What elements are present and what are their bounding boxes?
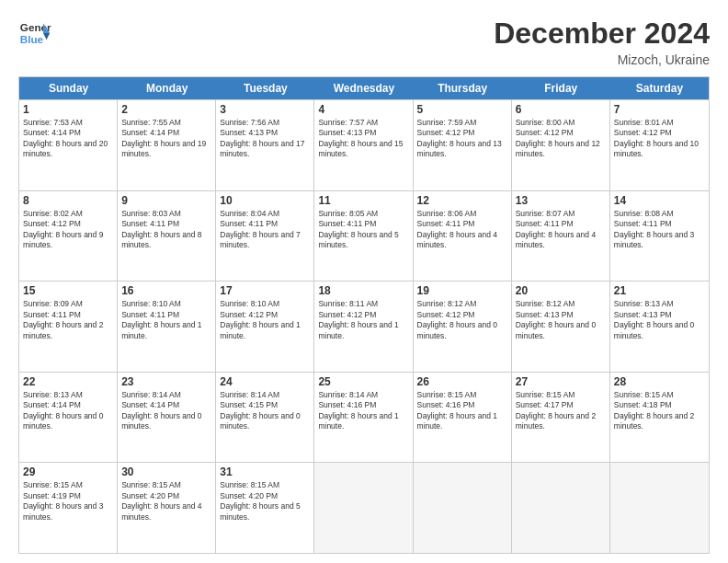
empty-cell xyxy=(512,463,610,553)
day-number: 13 xyxy=(516,194,606,207)
day-info: Sunrise: 7:55 AMSunset: 4:14 PMDaylight:… xyxy=(121,118,211,160)
day-info: Sunrise: 8:15 AMSunset: 4:18 PMDaylight:… xyxy=(614,390,705,432)
day-number: 31 xyxy=(220,465,310,478)
day-cell-19: 19Sunrise: 8:12 AMSunset: 4:12 PMDayligh… xyxy=(414,282,512,372)
day-cell-14: 14Sunrise: 8:08 AMSunset: 4:11 PMDayligh… xyxy=(610,191,709,282)
header-day-thursday: Thursday xyxy=(414,77,512,99)
logo: General Blue xyxy=(18,17,51,50)
day-info: Sunrise: 8:02 AMSunset: 4:12 PMDaylight:… xyxy=(23,209,113,251)
day-info: Sunrise: 8:13 AMSunset: 4:13 PMDaylight:… xyxy=(614,299,705,341)
day-info: Sunrise: 7:59 AMSunset: 4:12 PMDaylight:… xyxy=(417,118,507,160)
day-number: 23 xyxy=(121,375,211,388)
day-number: 7 xyxy=(614,103,705,116)
page: General Blue December 2024 Mizoch, Ukrai… xyxy=(0,0,728,563)
day-cell-16: 16Sunrise: 8:10 AMSunset: 4:11 PMDayligh… xyxy=(118,282,216,372)
day-cell-26: 26Sunrise: 8:15 AMSunset: 4:16 PMDayligh… xyxy=(414,373,512,463)
day-info: Sunrise: 8:01 AMSunset: 4:12 PMDaylight:… xyxy=(614,118,705,160)
day-cell-30: 30Sunrise: 8:15 AMSunset: 4:20 PMDayligh… xyxy=(118,463,216,553)
day-cell-6: 6Sunrise: 8:00 AMSunset: 4:12 PMDaylight… xyxy=(512,100,610,190)
day-cell-3: 3Sunrise: 7:56 AMSunset: 4:13 PMDaylight… xyxy=(216,100,314,190)
day-cell-29: 29Sunrise: 8:15 AMSunset: 4:19 PMDayligh… xyxy=(19,463,118,553)
day-number: 15 xyxy=(23,284,113,297)
day-cell-15: 15Sunrise: 8:09 AMSunset: 4:11 PMDayligh… xyxy=(19,282,118,372)
calendar-row-2: 8Sunrise: 8:02 AMSunset: 4:12 PMDaylight… xyxy=(19,190,709,282)
svg-marker-3 xyxy=(43,33,50,40)
day-cell-1: 1Sunrise: 7:53 AMSunset: 4:14 PMDaylight… xyxy=(19,100,118,190)
day-info: Sunrise: 8:14 AMSunset: 4:16 PMDaylight:… xyxy=(318,390,408,432)
header-day-sunday: Sunday xyxy=(19,77,118,99)
day-number: 8 xyxy=(23,194,113,207)
day-number: 10 xyxy=(220,194,310,207)
day-number: 24 xyxy=(220,375,310,388)
day-number: 11 xyxy=(318,194,408,207)
day-info: Sunrise: 8:08 AMSunset: 4:11 PMDaylight:… xyxy=(614,209,705,251)
calendar-row-3: 15Sunrise: 8:09 AMSunset: 4:11 PMDayligh… xyxy=(19,281,709,372)
header-day-monday: Monday xyxy=(118,77,216,99)
day-number: 2 xyxy=(121,103,211,116)
day-info: Sunrise: 8:06 AMSunset: 4:11 PMDaylight:… xyxy=(417,209,507,251)
day-cell-8: 8Sunrise: 8:02 AMSunset: 4:12 PMDaylight… xyxy=(19,191,118,282)
day-cell-5: 5Sunrise: 7:59 AMSunset: 4:12 PMDaylight… xyxy=(414,100,512,190)
day-cell-20: 20Sunrise: 8:12 AMSunset: 4:13 PMDayligh… xyxy=(512,282,610,372)
day-cell-11: 11Sunrise: 8:05 AMSunset: 4:11 PMDayligh… xyxy=(314,191,413,282)
day-info: Sunrise: 8:03 AMSunset: 4:11 PMDaylight:… xyxy=(121,209,211,251)
day-number: 22 xyxy=(23,375,113,388)
day-info: Sunrise: 8:00 AMSunset: 4:12 PMDaylight:… xyxy=(516,118,606,160)
day-number: 14 xyxy=(614,194,705,207)
day-number: 9 xyxy=(121,194,211,207)
calendar-row-5: 29Sunrise: 8:15 AMSunset: 4:19 PMDayligh… xyxy=(19,462,709,553)
day-number: 21 xyxy=(614,284,705,297)
header: General Blue December 2024 Mizoch, Ukrai… xyxy=(18,17,710,67)
day-info: Sunrise: 8:05 AMSunset: 4:11 PMDaylight:… xyxy=(318,209,408,251)
day-info: Sunrise: 8:15 AMSunset: 4:16 PMDaylight:… xyxy=(417,390,507,432)
day-number: 27 xyxy=(516,375,606,388)
day-number: 6 xyxy=(516,103,606,116)
day-info: Sunrise: 8:15 AMSunset: 4:20 PMDaylight:… xyxy=(220,480,310,523)
day-cell-17: 17Sunrise: 8:10 AMSunset: 4:12 PMDayligh… xyxy=(216,282,314,372)
day-info: Sunrise: 7:56 AMSunset: 4:13 PMDaylight:… xyxy=(220,118,310,160)
day-cell-12: 12Sunrise: 8:06 AMSunset: 4:11 PMDayligh… xyxy=(414,191,512,282)
header-day-tuesday: Tuesday xyxy=(216,77,314,99)
day-number: 16 xyxy=(121,284,211,297)
calendar-row-4: 22Sunrise: 8:13 AMSunset: 4:14 PMDayligh… xyxy=(19,372,709,463)
day-info: Sunrise: 8:15 AMSunset: 4:17 PMDaylight:… xyxy=(516,390,606,432)
day-cell-10: 10Sunrise: 8:04 AMSunset: 4:11 PMDayligh… xyxy=(216,191,314,282)
day-info: Sunrise: 8:14 AMSunset: 4:15 PMDaylight:… xyxy=(220,390,310,432)
day-info: Sunrise: 8:13 AMSunset: 4:14 PMDaylight:… xyxy=(23,390,113,432)
day-info: Sunrise: 8:12 AMSunset: 4:13 PMDaylight:… xyxy=(516,299,606,341)
logo-icon: General Blue xyxy=(18,17,51,50)
header-day-saturday: Saturday xyxy=(610,77,709,99)
empty-cell xyxy=(414,463,512,553)
day-number: 3 xyxy=(220,103,310,116)
calendar: SundayMondayTuesdayWednesdayThursdayFrid… xyxy=(18,76,710,554)
day-cell-7: 7Sunrise: 8:01 AMSunset: 4:12 PMDaylight… xyxy=(610,100,709,190)
day-number: 25 xyxy=(318,375,408,388)
calendar-body: 1Sunrise: 7:53 AMSunset: 4:14 PMDaylight… xyxy=(19,99,709,553)
day-cell-24: 24Sunrise: 8:14 AMSunset: 4:15 PMDayligh… xyxy=(216,373,314,463)
day-number: 5 xyxy=(417,103,507,116)
day-info: Sunrise: 7:53 AMSunset: 4:14 PMDaylight:… xyxy=(23,118,113,160)
day-number: 17 xyxy=(220,284,310,297)
svg-text:Blue: Blue xyxy=(20,33,44,45)
day-number: 30 xyxy=(121,465,211,478)
calendar-header: SundayMondayTuesdayWednesdayThursdayFrid… xyxy=(19,77,709,99)
day-number: 1 xyxy=(23,103,113,116)
day-info: Sunrise: 8:09 AMSunset: 4:11 PMDaylight:… xyxy=(23,299,113,341)
day-info: Sunrise: 8:10 AMSunset: 4:11 PMDaylight:… xyxy=(121,299,211,341)
day-info: Sunrise: 8:15 AMSunset: 4:19 PMDaylight:… xyxy=(23,480,113,523)
day-cell-23: 23Sunrise: 8:14 AMSunset: 4:14 PMDayligh… xyxy=(118,373,216,463)
day-number: 4 xyxy=(318,103,408,116)
day-info: Sunrise: 8:12 AMSunset: 4:12 PMDaylight:… xyxy=(417,299,507,341)
day-info: Sunrise: 8:15 AMSunset: 4:20 PMDaylight:… xyxy=(121,480,211,523)
day-cell-31: 31Sunrise: 8:15 AMSunset: 4:20 PMDayligh… xyxy=(216,463,314,553)
day-cell-9: 9Sunrise: 8:03 AMSunset: 4:11 PMDaylight… xyxy=(118,191,216,282)
day-number: 20 xyxy=(516,284,606,297)
day-info: Sunrise: 7:57 AMSunset: 4:13 PMDaylight:… xyxy=(318,118,408,160)
month-title: December 2024 xyxy=(494,17,710,51)
day-info: Sunrise: 8:07 AMSunset: 4:11 PMDaylight:… xyxy=(516,209,606,251)
day-info: Sunrise: 8:04 AMSunset: 4:11 PMDaylight:… xyxy=(220,209,310,251)
day-cell-22: 22Sunrise: 8:13 AMSunset: 4:14 PMDayligh… xyxy=(19,373,118,463)
day-number: 29 xyxy=(23,465,113,478)
day-cell-28: 28Sunrise: 8:15 AMSunset: 4:18 PMDayligh… xyxy=(610,373,709,463)
day-info: Sunrise: 8:11 AMSunset: 4:12 PMDaylight:… xyxy=(318,299,408,341)
